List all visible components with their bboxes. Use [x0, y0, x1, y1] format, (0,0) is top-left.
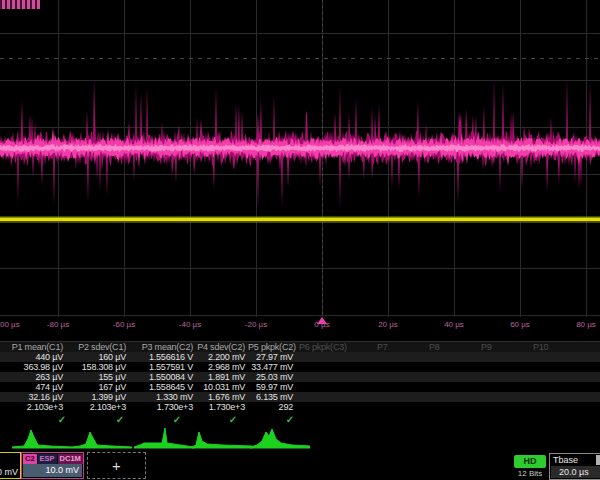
histicon-p4[interactable]: [192, 426, 252, 449]
c2-volts-per-div: 10.0 mV: [23, 464, 82, 477]
measure-cell-p4-max: 10.031 mV: [196, 382, 248, 392]
measure-cell-p2-sdev: 1.399 µV: [66, 392, 129, 402]
x-axis-label: 80 µs: [576, 320, 596, 329]
c2-esp-badge: ESP: [38, 454, 57, 464]
measure-cell-p5-num: 292: [248, 402, 296, 412]
measure-cell-p4-num: 1.730e+3: [196, 402, 248, 412]
measure-cell-p3-value: 1.556616 V: [129, 352, 196, 362]
measure-cell-p2-mean: 158.308 µV: [66, 362, 129, 372]
add-trace-button[interactable]: +: [87, 452, 146, 479]
measure-header-p1[interactable]: P1 mean(C1): [0, 342, 66, 352]
measure-cell-p3-min: 1.550084 V: [129, 372, 196, 382]
timebase-label: Tbase: [553, 455, 578, 465]
measure-cell-p4-value: 2.200 mV: [196, 352, 248, 362]
measure-cell-p2-max: 167 µV: [66, 382, 129, 392]
c1-trace[interactable]: [0, 218, 600, 222]
histicon-p1[interactable]: [12, 426, 72, 449]
x-axis-label: -40 µs: [179, 320, 201, 329]
measure-cell-p4-mean: 2.968 mV: [196, 362, 248, 372]
x-axis-label: -20 µs: [245, 320, 267, 329]
measure-cell-p1-num: 2.103e+3: [0, 402, 66, 412]
histicon-shape: [12, 430, 72, 448]
x-axis-label: -60 µs: [113, 320, 135, 329]
measure-header-dim[interactable]: P7: [377, 342, 388, 352]
measure-row-max: 474 µV167 µV1.558645 V10.031 mV59.97 mV: [0, 382, 600, 392]
channel-c1-descriptor[interactable]: DC1M 50.0 mV: [0, 452, 21, 479]
measure-cell-p1-max: 474 µV: [0, 382, 66, 392]
histicon-shape: [250, 429, 310, 448]
trace-annotation-badge: [0, 0, 40, 9]
measure-header-dim[interactable]: P10: [533, 342, 548, 352]
measure-header-dim[interactable]: P8: [429, 342, 440, 352]
measurement-header-row: P1 mean(C1)P2 sdev(C1)P3 mean(C2)P4 sdev…: [0, 342, 600, 352]
measure-cell-p1-sdev: 32.16 µV: [0, 392, 66, 402]
measure-cell-p5-max: 59.97 mV: [248, 382, 296, 392]
measure-cell-p3-sdev: 1.330 mV: [129, 392, 196, 402]
x-axis-label: -80 µs: [47, 320, 69, 329]
c2-channel-badge: C2: [23, 454, 37, 464]
measure-row-min: 263 µV155 µV1.550084 V1.891 mV25.03 mV: [0, 372, 600, 382]
histicon-shape: [72, 432, 132, 448]
measure-status-check-icon: ✓: [58, 414, 66, 425]
measure-cell-p1-mean: 363.98 µV: [0, 362, 66, 372]
measure-cell-p3-max: 1.558645 V: [129, 382, 196, 392]
c1-volts-per-div: 50.0 mV: [0, 467, 18, 477]
timebase-descriptor[interactable]: Tbase 20.0 µs: [549, 453, 600, 480]
measure-status-check-icon: ✓: [173, 414, 181, 425]
c2-coupling-badge: DC1M: [58, 454, 83, 464]
measure-header-dim[interactable]: P6 pkpk(C3): [299, 342, 347, 352]
measure-cell-p4-sdev: 1.676 mV: [196, 392, 248, 402]
measure-cell-p5-min: 25.03 mV: [248, 372, 296, 382]
measure-cell-p5-value: 27.97 mV: [248, 352, 296, 362]
measure-header-dim[interactable]: P9: [481, 342, 492, 352]
measure-header-p2[interactable]: P2 sdev(C1): [66, 342, 129, 352]
hd-mode-badge[interactable]: HD: [514, 455, 546, 468]
histicon-p2[interactable]: [72, 426, 132, 449]
measure-cell-p2-min: 155 µV: [66, 372, 129, 382]
measure-cell-p5-sdev: 6.135 mV: [248, 392, 296, 402]
measure-cell-p1-value: 440 µV: [0, 352, 66, 362]
x-axis-label: 40 µs: [444, 320, 464, 329]
measurement-table: P1 mean(C1)P2 sdev(C1)P3 mean(C2)P4 sdev…: [0, 341, 600, 412]
measure-status-check-icon: ✓: [229, 414, 237, 425]
timebase-value: 20.0 µs: [551, 466, 600, 478]
measure-cell-p3-num: 1.730e+3: [129, 402, 196, 412]
measure-row-value: 440 µV160 µV1.556616 V2.200 mV27.97 mV: [0, 352, 600, 362]
measure-cell-p3-mean: 1.557591 V: [129, 362, 196, 372]
x-axis-label: 00 µs: [0, 320, 20, 329]
trigger-icon: [596, 455, 600, 465]
oscilloscope-screen: 00 µs-80 µs-60 µs-40 µs-20 µs0 µs20 µs40…: [0, 0, 600, 480]
measure-header-p3[interactable]: P3 mean(C2): [129, 342, 196, 352]
x-axis-label: 60 µs: [510, 320, 530, 329]
waveform-plot[interactable]: [0, 0, 600, 317]
measure-header-p5[interactable]: P5 pkpk(C2): [248, 342, 296, 352]
measure-status-check-icon: ✓: [286, 414, 294, 425]
measure-row-mean: 363.98 µV158.308 µV1.557591 V2.968 mV33.…: [0, 362, 600, 372]
measure-row-sdev: 32.16 µV1.399 µV1.330 mV1.676 mV6.135 mV: [0, 392, 600, 402]
measure-cell-p2-num: 2.103e+3: [66, 402, 129, 412]
histicon-p5[interactable]: [250, 426, 310, 449]
measure-header-p4[interactable]: P4 sdev(C2): [196, 342, 248, 352]
trigger-position-marker[interactable]: [317, 317, 327, 324]
measure-cell-p5-mean: 33.477 mV: [248, 362, 296, 372]
histicon-shape: [192, 432, 252, 448]
measure-cell-p1-min: 263 µV: [0, 372, 66, 382]
histicon-p3[interactable]: [134, 426, 194, 449]
measure-cell-p4-min: 1.891 mV: [196, 372, 248, 382]
measure-row-num: 2.103e+32.103e+31.730e+31.730e+3292: [0, 402, 600, 412]
x-axis-label: 20 µs: [378, 320, 398, 329]
bit-resolution-label: 12 Bits: [510, 469, 550, 478]
measure-status-check-icon: ✓: [116, 414, 124, 425]
histicon-shape: [134, 428, 194, 448]
channel-c2-descriptor[interactable]: C2 ESP DC1M 10.0 mV: [21, 452, 84, 479]
measure-cell-p2-value: 160 µV: [66, 352, 129, 362]
